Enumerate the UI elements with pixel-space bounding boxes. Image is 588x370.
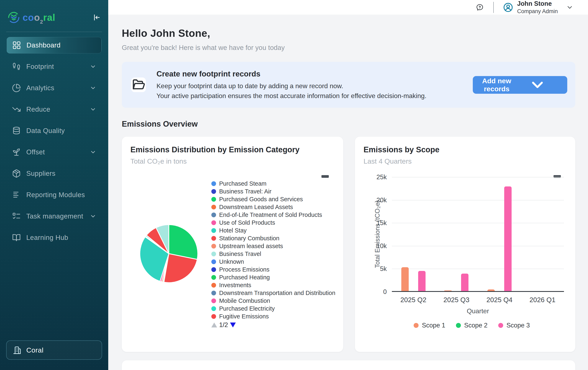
legend-item[interactable]: End-of-Life Treatment of Sold Products — [211, 211, 335, 219]
sidebar-item-footprint[interactable]: Footprint — [7, 58, 102, 75]
x-tick-label: 2026 Q1 — [524, 296, 561, 304]
legend-color-dot — [211, 275, 216, 280]
sidebar-item-learning-hub[interactable]: Learning Hub — [7, 229, 102, 246]
legend-item[interactable]: Business Travel: Air — [211, 187, 335, 195]
bar-card-title: Emissions by Scope — [364, 145, 440, 154]
legend-label: Mobile Combustion — [219, 297, 270, 304]
page-down-icon[interactable] — [230, 323, 236, 327]
legend-color-dot — [211, 259, 216, 264]
y-tick-label: 20k — [369, 196, 387, 204]
section-title: Emissions Overview — [122, 120, 575, 129]
legend-color-dot — [211, 213, 216, 217]
legend-color-dot — [211, 197, 216, 202]
chevron-down-icon — [90, 213, 96, 219]
legend-item[interactable]: Upstream leased assets — [211, 242, 335, 250]
chevron-down-icon[interactable] — [566, 4, 573, 11]
legend-label: Fugitive Emissions — [219, 313, 269, 320]
legend-item[interactable]: Downstream Transportation and Distributi… — [211, 289, 335, 297]
add-new-records-label: Add new records — [481, 77, 512, 93]
logo-row: coo2ral — [0, 0, 108, 24]
sidebar-collapse-icon[interactable] — [92, 13, 101, 22]
legend-color-dot — [414, 323, 419, 328]
legend-label: Purchased Electricity — [219, 305, 275, 312]
legend-color-dot — [211, 181, 216, 186]
avatar[interactable] — [503, 2, 514, 13]
sidebar-item-label: Suppliers — [26, 170, 55, 177]
legend-label: End-of-Life Treatment of Sold Products — [219, 212, 322, 218]
legend-item[interactable]: Purchased Goods and Services — [211, 195, 335, 203]
sidebar-item-label: Learning Hub — [26, 234, 68, 241]
legend-color-dot — [211, 252, 216, 256]
wordmark-green: ral — [43, 12, 55, 23]
grid-icon — [12, 41, 21, 50]
x-axis-title: Quarter — [392, 307, 564, 315]
sidebar-item-suppliers[interactable]: Suppliers — [7, 165, 102, 182]
legend-item[interactable]: Purchased Electricity — [211, 305, 335, 312]
legend-item[interactable]: Use of Sold Products — [211, 219, 335, 227]
add-new-records-button[interactable]: Add new records — [473, 76, 567, 94]
footprints-icon — [12, 62, 21, 71]
company-switcher[interactable]: Coral — [6, 340, 102, 360]
pie-card-subtitle: Total CO₂e in tons — [130, 157, 187, 165]
sidebar: coo2ral DashboardFootprintAnalyticsReduc… — [0, 0, 108, 370]
legend-label: Stationary Combustion — [219, 235, 279, 242]
legend-label: Investments — [219, 282, 251, 289]
help-icon[interactable] — [476, 3, 484, 11]
bar-legend-item[interactable]: Scope 2 — [456, 322, 488, 329]
legend-item[interactable]: Mobile Combustion — [211, 297, 335, 305]
legend-color-dot — [211, 267, 216, 272]
banner-line-1: Keep your footprint data up to date by a… — [157, 82, 426, 90]
legend-item[interactable]: Unknown — [211, 258, 335, 266]
legend-label: Scope 2 — [464, 322, 488, 329]
legend-item[interactable]: Fugitive Emissions — [211, 312, 335, 320]
legend-color-dot — [211, 314, 216, 319]
page-title: Hello John Stone, — [122, 27, 575, 39]
sidebar-item-task-management[interactable]: Task management — [7, 208, 102, 224]
bar-scope-1-2025-q3 — [444, 290, 452, 291]
legend-label: Upstream leased assets — [219, 243, 283, 250]
gridline — [392, 177, 564, 177]
legend-item[interactable]: Hotel Stay — [211, 227, 335, 234]
legend-color-dot — [211, 220, 216, 225]
sidebar-item-reporting-modules[interactable]: Reporting Modules — [7, 187, 102, 203]
sidebar-item-reduce[interactable]: Reduce — [7, 101, 102, 118]
legend-item[interactable]: Stationary Combustion — [211, 234, 335, 242]
y-tick-label: 5k — [369, 265, 387, 272]
legend-color-dot — [498, 323, 503, 328]
sidebar-item-label: Dashboard — [26, 41, 61, 49]
sidebar-item-dashboard[interactable]: Dashboard — [7, 37, 102, 54]
legend-label: Purchased Steam — [219, 180, 267, 187]
user-role: Company Admin — [517, 8, 558, 15]
wordmark-subscript: 2 — [40, 19, 43, 25]
legend-color-dot — [211, 283, 216, 288]
legend-color-dot — [211, 298, 216, 303]
create-records-banner: Create new footprint records Keep your f… — [122, 62, 575, 108]
x-tick-label: 2025 Q2 — [395, 296, 432, 304]
bar-scope-3-2025-q2 — [418, 271, 426, 291]
legend-item[interactable]: Purchased Steam — [211, 180, 335, 187]
sidebar-nav: DashboardFootprintAnalyticsReduceData Qu… — [0, 37, 108, 251]
sidebar-item-analytics[interactable]: Analytics — [7, 80, 102, 96]
legend-item[interactable]: Process Emissions — [211, 266, 335, 273]
sidebar-item-data-quality[interactable]: Data Quality — [7, 122, 102, 139]
sidebar-item-label: Footprint — [26, 63, 54, 71]
bar-legend-item[interactable]: Scope 1 — [414, 322, 445, 329]
pie-slice — [164, 254, 197, 283]
sidebar-item-label: Analytics — [26, 84, 54, 92]
legend-label: Use of Sold Products — [219, 219, 275, 226]
bar-legend-item[interactable]: Scope 3 — [498, 322, 530, 329]
chevron-down-icon — [90, 85, 96, 91]
legend-item[interactable]: Downstream Leased Assets — [211, 203, 335, 211]
page-up-icon[interactable] — [211, 323, 217, 327]
legend-label: Purchased Goods and Services — [219, 196, 303, 203]
legend-item[interactable]: Investments — [211, 281, 335, 289]
sidebar-item-label: Data Quality — [26, 127, 65, 135]
legend-item[interactable]: Business Travel — [211, 250, 335, 258]
company-label: Coral — [26, 346, 43, 354]
building-icon — [12, 345, 22, 355]
legend-item[interactable]: Purchased Heating — [211, 273, 335, 281]
sidebar-item-offset[interactable]: Offset — [7, 144, 102, 160]
legend-label: Business Travel — [219, 250, 261, 257]
user-menu[interactable]: John Stone Company Admin — [517, 0, 558, 15]
pie-chart — [139, 223, 199, 284]
